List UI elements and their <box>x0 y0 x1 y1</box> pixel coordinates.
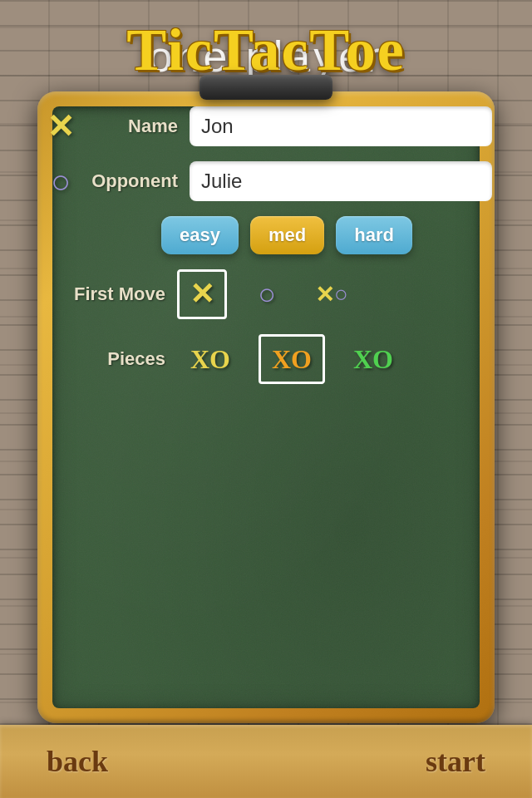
first-move-label: First Move <box>40 283 177 305</box>
difficulty-med-button[interactable]: med <box>250 216 324 254</box>
difficulty-hard-button[interactable]: hard <box>336 216 412 254</box>
board-content: one player ✕ Name ○ Opponent easy med ha… <box>15 15 517 783</box>
first-move-options: ✕ ○ ✕○ <box>177 269 357 319</box>
pieces-options: XO XO XO <box>177 334 406 384</box>
first-move-o-option[interactable]: ○ <box>242 269 292 319</box>
name-input[interactable] <box>190 106 492 146</box>
pieces-yellow-option[interactable]: XO <box>177 334 244 384</box>
opponent-row: ○ Opponent <box>40 161 492 201</box>
opponent-input[interactable] <box>190 161 492 201</box>
pieces-gold-option[interactable]: XO <box>259 334 325 384</box>
name-row: ✕ Name <box>40 106 492 146</box>
first-move-xo-option[interactable]: ✕○ <box>307 269 357 319</box>
opponent-label: Opponent <box>81 170 190 192</box>
bottom-navigation-bar: back start <box>0 725 532 798</box>
pieces-green-option[interactable]: XO <box>340 334 406 384</box>
pieces-label: Pieces <box>40 348 177 370</box>
difficulty-row: easy med hard <box>40 216 492 254</box>
pieces-row: Pieces XO XO XO <box>40 334 492 384</box>
first-move-row: First Move ✕ ○ ✕○ <box>40 269 492 319</box>
lamp-decoration <box>200 75 332 100</box>
difficulty-easy-button[interactable]: easy <box>161 216 239 254</box>
o-marker-icon: ○ <box>40 162 81 201</box>
start-button[interactable]: start <box>412 737 499 786</box>
first-move-x-option[interactable]: ✕ <box>177 269 227 319</box>
back-button[interactable]: back <box>33 737 121 786</box>
name-label: Name <box>81 116 190 137</box>
x-marker-icon: ✕ <box>40 107 81 146</box>
